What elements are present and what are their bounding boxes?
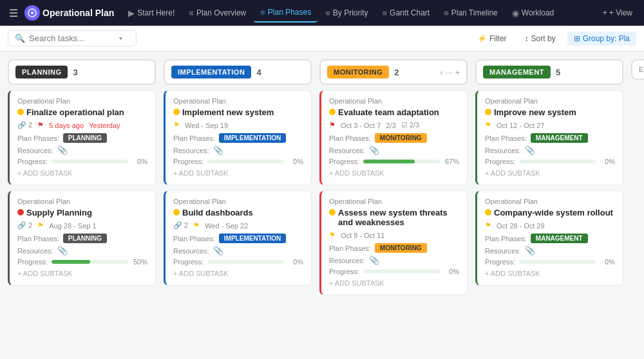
status-dot [485,109,491,115]
resource-attach-icon: 📎 [57,246,68,255]
toolbar: 🔍 ▾ ⚡ Filter ↕ Sort by ⊞ Group by: Pla [0,26,644,51]
progress-percent: 50% [132,258,147,266]
search-box[interactable]: 🔍 ▾ [8,30,137,46]
column-count: 3 [73,68,77,77]
column-badge: MANAGEMENT [483,66,551,78]
progress-label: Progress: [17,158,48,165]
card-date: Wed - Sep 22 [205,222,248,230]
add-subtask-button[interactable]: + ADD SUBTASK [329,278,459,288]
card-meta: ⚑ Oct 9 - Oct 11 [329,231,459,239]
flag-icon: ⚑ [485,121,491,129]
subtask-count: 🔗 2 [17,121,32,129]
resource-attach-icon: 📎 [213,246,223,255]
task-card[interactable]: Operational Plan Evaluate team adaptatio… [319,90,468,185]
column-header-implementation: IMPLEMENTATION4 [164,59,312,85]
plus-icon: + [603,8,607,17]
task-card[interactable]: Operational Plan Supply Planning 🔗 2 ⚑ A… [8,190,156,286]
tab-gantt-chart[interactable]: ≡ Gantt Chart [376,5,437,22]
column-monitoring: MONITORING2‹ ··· + Operational Plan Eval… [319,59,468,351]
task-card[interactable]: Operational Plan Implement new system ⚑ … [164,90,312,185]
column-count: 5 [556,68,560,77]
svg-point-1 [31,12,33,14]
resource-attach-icon: 📎 [57,145,68,155]
filter-button[interactable]: ⚡ Filter [471,32,513,46]
tab-workload[interactable]: ◉ Workload [506,5,560,22]
add-subtask-button[interactable]: + ADD SUBTASK [17,268,147,279]
resources-label: Resources: [17,147,53,154]
card-date-extra: Yesterday [89,122,120,129]
add-column-icon[interactable]: + [455,68,460,77]
progress-label: Progress: [329,158,359,165]
resources-row: Resources: 📎 [173,145,303,155]
prev-icon[interactable]: ‹ [440,68,442,77]
phase-badge: PLANNING [63,133,107,143]
task-card[interactable]: Operational Plan Finalize operational pl… [8,90,156,185]
task-card[interactable]: Operational Plan Improve new system ⚑ Oc… [475,90,623,185]
resource-attach-icon: 📎 [213,145,223,155]
progress-bar-background [519,260,596,264]
resources-row: Resources: 📎 [17,145,147,155]
progress-row: Progress: 0% [173,158,303,165]
tab-plan-phases[interactable]: ≡ Plan Phases [254,4,317,23]
status-dot [17,209,24,216]
column-implementation: IMPLEMENTATION4 Operational Plan Impleme… [164,59,312,351]
gantt-icon: ≡ [383,8,388,18]
progress-row: Progress: 0% [173,258,303,266]
group-by-button[interactable]: ⊞ Group by: Pla [567,32,636,46]
task-card[interactable]: Operational Plan Assess new system threa… [319,190,468,295]
group-icon: ⊞ [574,34,580,43]
progress-label: Progress: [17,258,48,266]
task-card[interactable]: Operational Plan Company-wide system rol… [475,190,623,286]
tab-start-here[interactable]: ▶ Start Here! [122,5,181,22]
ellipsis-icon[interactable]: ··· [446,68,453,77]
checklist-count: ☑ 2/3 [401,121,419,129]
tab-plan-overview[interactable]: ≡ Plan Overview [182,5,252,22]
phase-badge: IMPLEMENTATION [219,133,287,143]
add-subtask-button[interactable]: + ADD SUBTASK [17,168,147,178]
resource-attach-icon: 📎 [525,246,535,255]
add-subtask-button[interactable]: + ADD SUBTASK [485,168,615,178]
search-input[interactable] [29,33,113,43]
card-parent-label: Operational Plan [17,97,147,105]
add-subtask-button[interactable]: + ADD SUBTASK [485,268,615,279]
add-subtask-button[interactable]: + ADD SUBTASK [173,268,303,279]
card-date-extra: 2/3 [386,122,395,129]
resource-attach-icon: 📎 [525,145,535,155]
resources-label: Resources: [485,147,521,154]
phase-badge: MONITORING [375,133,427,143]
plan-phases-row: Plan Phases: PLANNING [17,234,147,243]
sort-by-button[interactable]: ↕ Sort by [518,32,562,46]
card-date: Aug 28 - Sep 1 [49,222,96,230]
flag-icon: ⚑ [193,221,200,230]
plan-phases-label: Plan Phases: [485,134,527,142]
card-parent-label: Operational Plan [173,198,303,205]
plan-phases-label: Plan Phases: [17,134,59,142]
card-date: Oct 9 - Oct 11 [341,232,384,239]
subtask-count: 🔗 2 [17,221,32,230]
progress-bar-fill [363,160,415,163]
card-title: Supply Planning [17,208,147,217]
task-card[interactable]: Operational Plan Build dashboards 🔗 2 ⚑ … [164,190,312,286]
plan-phases-icon: ≡ [260,8,265,17]
resources-label: Resources: [329,257,365,264]
card-title: Company-wide system rollout [485,208,615,217]
progress-percent: 0% [288,158,303,165]
add-view-button[interactable]: + + View [596,6,639,20]
by-priority-icon: ≡ [325,8,330,18]
card-meta: ⚑ Wed - Sep 19 [173,121,303,129]
progress-percent: 0% [132,158,147,165]
column-actions[interactable]: ‹ ··· + [440,68,460,77]
progress-label: Progress: [173,158,204,165]
tab-by-priority[interactable]: ≡ By Priority [319,5,374,22]
phase-badge: MANAGEMENT [531,133,588,143]
filter-icon: ⚡ [477,34,487,43]
tab-plan-timeline[interactable]: ≡ Plan Timeline [437,5,504,22]
resource-attach-icon: 📎 [369,255,379,265]
status-dot [173,109,180,115]
plan-phases-row: Plan Phases: MONITORING [329,133,459,143]
add-subtask-button[interactable]: + ADD SUBTASK [173,168,303,178]
phase-badge: MANAGEMENT [531,234,588,243]
add-subtask-button[interactable]: + ADD SUBTASK [329,168,459,178]
hamburger-icon[interactable]: ☰ [5,5,22,22]
resources-label: Resources: [329,147,365,154]
